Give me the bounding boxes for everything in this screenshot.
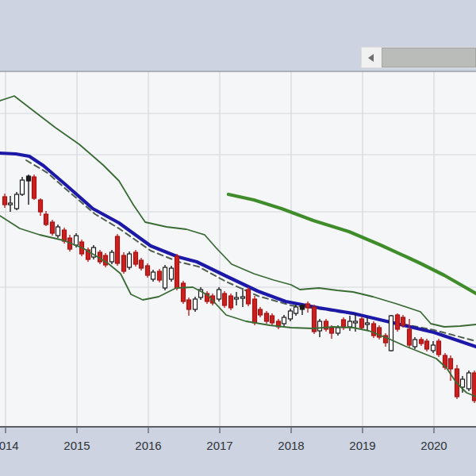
candle	[378, 325, 382, 340]
candle	[175, 254, 179, 290]
candle-body	[223, 294, 227, 305]
candle-body	[271, 316, 274, 323]
candle-body	[253, 299, 257, 323]
x-axis-label: 2020	[420, 439, 447, 452]
candle	[372, 321, 376, 338]
candle-body	[175, 256, 179, 288]
candle-body	[9, 203, 13, 205]
candle-body	[15, 194, 19, 209]
candle-body	[401, 317, 405, 325]
candle-body	[134, 252, 138, 264]
candle-body	[3, 197, 7, 205]
candle	[122, 252, 126, 274]
candle	[170, 266, 174, 282]
candle	[253, 296, 257, 325]
x-axis-label: 2014	[0, 439, 19, 452]
candle-body	[116, 236, 120, 263]
candle	[467, 370, 471, 391]
candle-body	[194, 299, 198, 309]
candle-body	[241, 297, 245, 298]
candle-body	[449, 359, 453, 369]
candle-body	[301, 305, 305, 309]
candle-body	[425, 341, 429, 349]
candle	[134, 250, 138, 267]
candle	[146, 263, 150, 278]
candle-body	[63, 230, 67, 241]
candle	[33, 175, 36, 200]
candle	[116, 234, 120, 266]
candle-body	[437, 341, 441, 355]
candle	[437, 339, 441, 357]
chart-window: 2014201520162017201820192020	[0, 0, 476, 476]
candle-body	[170, 268, 174, 279]
candle	[51, 220, 55, 236]
candle-body	[140, 260, 144, 268]
candle	[313, 305, 317, 334]
candle-body	[122, 255, 126, 271]
candle	[229, 294, 233, 310]
candle-body	[146, 266, 150, 275]
candle	[158, 269, 162, 282]
candle	[390, 315, 393, 351]
candle-body	[366, 323, 370, 324]
candle-body	[306, 304, 310, 308]
candle	[21, 177, 25, 196]
candle-body	[348, 321, 352, 327]
candle-body	[413, 340, 417, 347]
candle-body	[44, 214, 48, 225]
candle	[223, 291, 227, 308]
candle-body	[75, 236, 79, 245]
candle-body	[461, 379, 465, 387]
candle-body	[390, 316, 393, 351]
candle	[396, 313, 400, 332]
candle-body	[39, 200, 43, 212]
candle	[110, 250, 114, 264]
candle-body	[217, 290, 221, 299]
candle	[128, 251, 132, 270]
candle	[163, 265, 167, 290]
candle	[15, 192, 19, 210]
candle-body	[235, 298, 239, 299]
candle-body	[282, 317, 286, 324]
x-axis-label: 2018	[278, 439, 304, 452]
candle-body	[110, 252, 114, 262]
candle-body	[294, 307, 298, 313]
candle-body	[187, 300, 191, 309]
candle-body	[229, 296, 233, 308]
x-axis-label: 2016	[135, 439, 161, 452]
candle	[56, 225, 60, 238]
candle-body	[342, 320, 346, 328]
candle-body	[56, 227, 60, 236]
candle-body	[247, 290, 251, 304]
candle-body	[432, 345, 436, 351]
candle-body	[33, 177, 36, 198]
candle-body	[420, 340, 424, 344]
candle-body	[51, 222, 55, 233]
x-axis-label: 2015	[63, 439, 90, 452]
candle-body	[289, 311, 293, 319]
candle	[92, 245, 96, 259]
candle-body	[408, 329, 412, 345]
x-axis-label: 2017	[206, 439, 232, 452]
candle	[360, 317, 364, 330]
candle-body	[158, 271, 162, 280]
x-axis-label: 2019	[349, 439, 375, 452]
candle-body	[354, 321, 358, 323]
candle	[194, 297, 198, 312]
candle-body	[27, 176, 31, 181]
price-chart: 2014201520162017201820192020	[0, 0, 476, 476]
candle-body	[467, 373, 471, 389]
candle	[473, 370, 476, 403]
candle-body	[182, 283, 186, 301]
candle-body	[330, 328, 334, 333]
candle-body	[21, 180, 25, 194]
candle-body	[163, 267, 167, 288]
candle-body	[259, 309, 263, 315]
candle	[182, 281, 186, 304]
candle-body	[318, 321, 322, 331]
candle-body	[360, 319, 364, 328]
candle	[217, 287, 221, 301]
candle-body	[128, 254, 132, 267]
candle	[247, 287, 251, 306]
candle-body	[152, 272, 155, 279]
